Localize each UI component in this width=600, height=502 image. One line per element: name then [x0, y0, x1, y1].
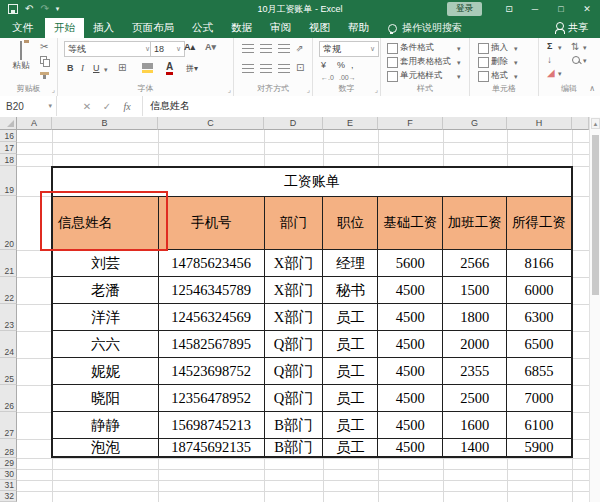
table-cell[interactable]: 8166 — [507, 250, 571, 276]
insert-function-icon[interactable]: fx — [118, 96, 136, 116]
row-header-27[interactable]: 27 — [0, 412, 17, 439]
row-header-16[interactable]: 16 — [0, 130, 17, 142]
tab-file[interactable]: 文件 — [0, 18, 45, 38]
phonetic-guide-icon[interactable]: 拼▾ — [186, 63, 198, 74]
align-center-icon[interactable] — [260, 64, 272, 73]
formula-input[interactable]: 信息姓名 — [142, 96, 600, 116]
table-cell[interactable]: 2000 — [443, 331, 507, 357]
tab-插入[interactable]: 插入 — [84, 18, 123, 38]
fill-color-icon[interactable] — [142, 63, 153, 73]
orientation-icon[interactable]: ⇗ — [296, 43, 304, 53]
table-cell[interactable]: 1400 — [443, 439, 507, 456]
decrease-decimal-icon[interactable]: .00→ — [339, 72, 356, 83]
column-header-E[interactable]: E — [323, 117, 378, 130]
tab-数据[interactable]: 数据 — [222, 18, 261, 38]
underline-button[interactable]: U — [93, 63, 100, 74]
row-header-29[interactable]: 29 — [0, 458, 17, 469]
table-cell[interactable]: 4500 — [378, 331, 443, 357]
row-header-24[interactable]: 24 — [0, 331, 17, 358]
row-header-20[interactable]: 20 — [0, 196, 17, 250]
row-header-17[interactable]: 17 — [0, 142, 17, 154]
row-header-32[interactable]: 32 — [0, 491, 17, 502]
format-as-table-button[interactable]: 套用表格格式 — [400, 56, 451, 67]
conditional-formatting-button[interactable]: 条件格式 — [400, 42, 434, 53]
table-cell[interactable]: 秘书 — [323, 277, 378, 303]
accounting-format-icon[interactable]: ¥ — [321, 60, 326, 71]
align-right-icon[interactable] — [278, 64, 290, 73]
customize-qat-icon[interactable]: ▾ — [56, 4, 60, 14]
clear-icon[interactable]: ◢ — [547, 68, 555, 78]
table-cell[interactable]: 1500 — [443, 277, 507, 303]
tab-审阅[interactable]: 审阅 — [261, 18, 300, 38]
font-name-select[interactable]: 等线 ∨ — [64, 41, 154, 57]
row-header-21[interactable]: 21 — [0, 250, 17, 277]
column-header-G[interactable]: G — [443, 117, 507, 130]
redo-icon[interactable]: ↷ — [40, 4, 48, 14]
vertical-scrollbar[interactable]: ▲ — [589, 117, 600, 502]
table-cell[interactable]: 员工 — [323, 439, 378, 456]
row-header-22[interactable]: 22 — [0, 277, 17, 304]
font-size-select[interactable]: 18 ∨ — [150, 41, 185, 57]
table-cell[interactable]: 6855 — [507, 358, 571, 384]
align-left-icon[interactable] — [242, 64, 254, 73]
tab-页面布局[interactable]: 页面布局 — [123, 18, 183, 38]
table-cell[interactable]: 2355 — [443, 358, 507, 384]
header-cell-3[interactable]: 职位 — [323, 197, 378, 249]
table-cell[interactable]: 员工 — [323, 331, 378, 357]
number-format-select[interactable]: 常规 ∨ — [319, 41, 379, 57]
table-cell[interactable]: 14582567895 — [159, 331, 265, 357]
number-dialog-launcher-icon[interactable]: ⌟ — [375, 86, 378, 94]
font-dialog-launcher-icon[interactable]: ⌟ — [228, 86, 231, 94]
table-cell[interactable]: 14523698752 — [159, 358, 265, 384]
italic-button[interactable]: I — [81, 63, 84, 74]
table-cell[interactable]: 18745692135 — [159, 439, 265, 456]
table-cell[interactable]: 晓阳 — [53, 385, 159, 411]
table-cell[interactable]: 妮妮 — [53, 358, 159, 384]
table-cell[interactable]: B部门 — [265, 439, 324, 456]
row-header-31[interactable]: 31 — [0, 480, 17, 491]
table-cell[interactable]: 6000 — [507, 277, 571, 303]
row-header-23[interactable]: 23 — [0, 304, 17, 331]
align-top-icon[interactable] — [242, 44, 254, 53]
table-cell[interactable]: 1600 — [443, 412, 507, 438]
format-painter-icon[interactable] — [40, 72, 49, 75]
column-header-C[interactable]: C — [158, 117, 264, 130]
table-cell[interactable]: 6100 — [507, 412, 571, 438]
tab-帮助[interactable]: 帮助 — [339, 18, 378, 38]
row-header-30[interactable]: 30 — [0, 469, 17, 480]
table-cell[interactable]: 7000 — [507, 385, 571, 411]
table-cell[interactable]: 6300 — [507, 304, 571, 330]
table-cell[interactable]: 12456324569 — [159, 304, 265, 330]
ribbon-display-options-icon[interactable]: ⊡ — [496, 0, 522, 18]
header-cell-1[interactable]: 手机号 — [159, 197, 265, 249]
row-header-18[interactable]: 18 — [0, 154, 17, 166]
column-header-A[interactable]: A — [17, 117, 52, 130]
maximize-icon[interactable]: □ — [548, 0, 574, 18]
table-cell[interactable]: 员工 — [323, 385, 378, 411]
tell-me-search[interactable]: 操作说明搜索 — [388, 18, 462, 38]
header-cell-0[interactable]: 信息姓名 — [53, 197, 159, 249]
table-cell[interactable]: Q部门 — [265, 385, 324, 411]
column-header-B[interactable]: B — [52, 117, 158, 130]
table-cell[interactable]: 洋洋 — [53, 304, 159, 330]
row-header-28[interactable]: 28 — [0, 439, 17, 458]
autosum-button[interactable]: Σ — [547, 41, 552, 52]
table-cell[interactable]: B部门 — [265, 412, 324, 438]
name-box[interactable]: B20 ▾ — [0, 96, 57, 116]
table-cell[interactable]: 六六 — [53, 331, 159, 357]
percent-style-icon[interactable]: % — [337, 60, 345, 71]
collapse-ribbon-icon[interactable]: ∧ — [589, 84, 595, 93]
cell-styles-button[interactable]: 单元格样式 — [400, 70, 443, 81]
table-cell[interactable]: 15698745213 — [159, 412, 265, 438]
copy-icon[interactable] — [40, 56, 50, 67]
table-cell[interactable]: X部门 — [265, 277, 324, 303]
delete-cells-button[interactable]: 删除 — [491, 56, 508, 67]
bold-button[interactable]: B — [67, 63, 74, 74]
clipboard-dialog-launcher-icon[interactable]: ⌟ — [52, 86, 55, 94]
scrollbar-thumb[interactable] — [592, 135, 599, 295]
header-cell-2[interactable]: 部门 — [265, 197, 324, 249]
table-cell[interactable]: 12546345789 — [159, 277, 265, 303]
sort-filter-icon[interactable]: ⇅ — [571, 42, 579, 52]
close-icon[interactable]: ✕ — [574, 0, 600, 18]
align-bottom-icon[interactable] — [278, 44, 290, 53]
